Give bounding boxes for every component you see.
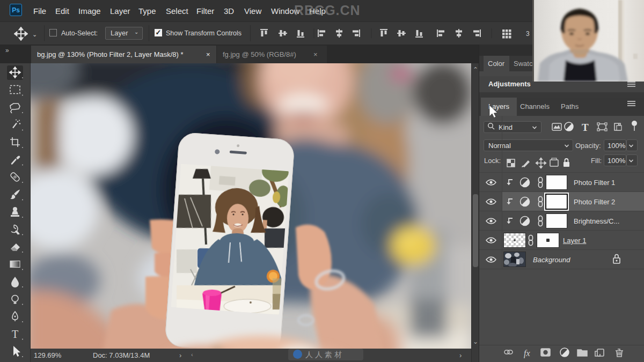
- svg-text:T: T: [12, 328, 18, 340]
- svg-text:3: 3: [526, 30, 530, 38]
- svg-text:T: T: [582, 122, 589, 133]
- svg-text:fx: fx: [524, 349, 530, 358]
